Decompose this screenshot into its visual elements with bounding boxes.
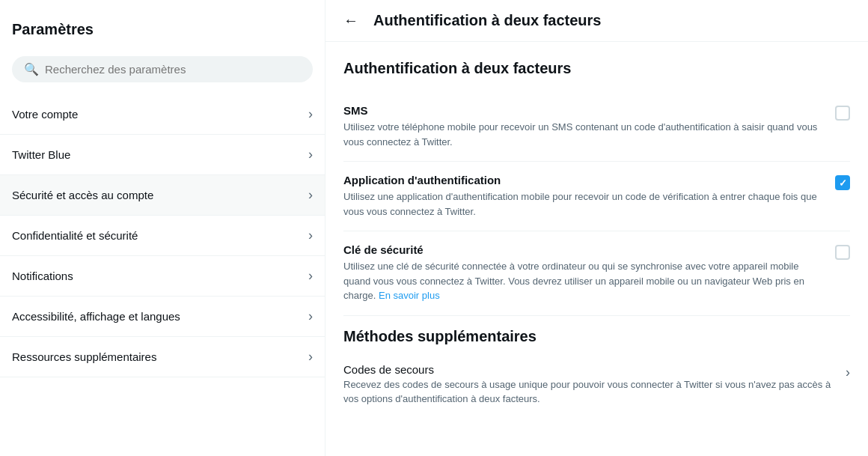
sidebar-item-twitter-blue[interactable]: Twitter Blue › xyxy=(0,135,325,175)
page-header: ← Authentification à deux facteurs xyxy=(326,0,868,42)
cle-securite-checkbox-container[interactable] xyxy=(835,245,850,260)
section-title: Authentification à deux facteurs xyxy=(343,60,850,77)
sidebar-item-notifications[interactable]: Notifications › xyxy=(0,256,325,297)
codes-secours-title: Codes de secours xyxy=(343,363,846,376)
cle-securite-checkbox[interactable] xyxy=(835,245,850,260)
chevron-icon: › xyxy=(308,147,313,162)
sidebar-item-confidentialite[interactable]: Confidentialité et sécurité › xyxy=(0,216,325,256)
sms-option: SMS Utilisez votre téléphone mobile pour… xyxy=(343,92,850,162)
page-header-title: Authentification à deux facteurs xyxy=(373,12,602,29)
chevron-icon: › xyxy=(308,308,313,324)
cle-securite-option-desc: Utilisez une clé de sécurité connectée à… xyxy=(343,259,823,303)
app-auth-checkbox-container[interactable] xyxy=(835,175,850,190)
chevron-icon: › xyxy=(308,228,313,243)
en-savoir-plus-link[interactable]: En savoir plus xyxy=(379,290,440,301)
codes-secours-desc: Recevez des codes de secours à usage uni… xyxy=(343,377,846,407)
sidebar: Paramètres 🔍 Votre compte › Twitter Blue… xyxy=(0,0,326,456)
search-container: 🔍 xyxy=(0,50,325,94)
search-input[interactable] xyxy=(45,63,301,76)
sidebar-title: Paramètres xyxy=(0,15,325,50)
search-icon: 🔍 xyxy=(24,62,39,76)
cle-securite-option: Clé de sécurité Utilisez une clé de sécu… xyxy=(343,231,850,316)
chevron-icon: › xyxy=(308,268,313,284)
cle-securite-option-title: Clé de sécurité xyxy=(343,243,823,256)
methods-section-title: Méthodes supplémentaires xyxy=(343,328,850,345)
back-button[interactable]: ← xyxy=(343,12,358,29)
sms-option-desc: Utilisez votre téléphone mobile pour rec… xyxy=(343,120,823,149)
sidebar-item-securite[interactable]: Sécurité et accès au compte › xyxy=(0,175,325,216)
app-auth-option-desc: Utilisez une application d'authentificat… xyxy=(343,189,823,219)
sidebar-item-ressources[interactable]: Ressources supplémentaires › xyxy=(0,337,325,377)
app-auth-option: Application d'authentification Utilisez … xyxy=(343,162,850,231)
main-content: ← Authentification à deux facteurs Authe… xyxy=(326,0,868,456)
sidebar-nav: Votre compte › Twitter Blue › Sécurité e… xyxy=(0,94,325,377)
codes-secours-chevron-icon: › xyxy=(846,365,850,380)
sidebar-item-votre-compte[interactable]: Votre compte › xyxy=(0,94,325,135)
sms-checkbox-container[interactable] xyxy=(835,106,850,121)
chevron-icon: › xyxy=(308,187,313,203)
sms-checkbox[interactable] xyxy=(835,106,850,121)
sidebar-item-accessibilite[interactable]: Accessibilité, affichage et langues › xyxy=(0,297,325,337)
app-auth-checkbox[interactable] xyxy=(835,175,850,190)
chevron-icon: › xyxy=(308,106,313,122)
sms-option-title: SMS xyxy=(343,104,823,117)
content-area: Authentification à deux facteurs SMS Uti… xyxy=(326,42,868,437)
chevron-icon: › xyxy=(308,349,313,365)
codes-secours-item[interactable]: Codes de secours Recevez des codes de se… xyxy=(343,351,850,419)
app-auth-option-title: Application d'authentification xyxy=(343,174,823,186)
search-box[interactable]: 🔍 xyxy=(12,56,313,82)
methods-section: Méthodes supplémentaires Codes de secour… xyxy=(343,328,850,419)
